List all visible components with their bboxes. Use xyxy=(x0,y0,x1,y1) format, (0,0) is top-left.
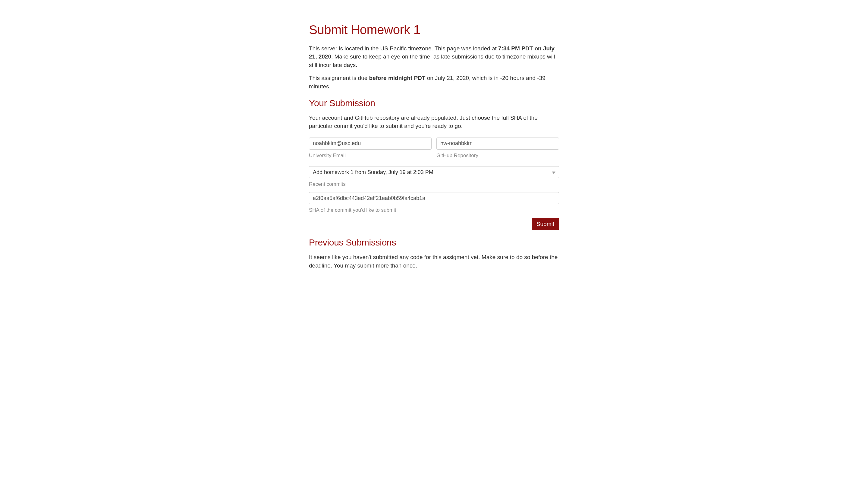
commit-select-value: Add homework 1 from Sunday, July 19 at 2… xyxy=(313,169,433,176)
your-submission-intro: Your account and GitHub repository are a… xyxy=(309,114,559,130)
commit-select[interactable]: Add homework 1 from Sunday, July 19 at 2… xyxy=(309,166,559,178)
email-group: University Email xyxy=(309,138,432,159)
repo-group: GitHub Repository xyxy=(436,138,559,159)
timezone-notice: This server is located in the US Pacific… xyxy=(309,44,559,69)
due-notice: This assignment is due before midnight P… xyxy=(309,74,559,90)
email-label: University Email xyxy=(309,152,432,159)
previous-text: It seems like you haven't submitted any … xyxy=(309,253,559,270)
commit-select-label: Recent commits xyxy=(309,181,559,188)
sha-group: SHA of the commit you'd like to submit xyxy=(309,192,559,214)
form-row-identity: University Email GitHub Repository xyxy=(309,138,559,164)
repo-label: GitHub Repository xyxy=(436,152,559,159)
submit-button[interactable]: Submit xyxy=(532,218,559,230)
previous-heading: Previous Submissions xyxy=(309,236,559,249)
repo-col: GitHub Repository xyxy=(436,138,559,164)
timezone-prefix: This server is located in the US Pacific… xyxy=(309,45,498,52)
timezone-suffix: . Make sure to keep an eye on the time, … xyxy=(309,53,555,68)
your-submission-heading: Your Submission xyxy=(309,97,559,110)
page-title: Submit Homework 1 xyxy=(309,21,559,39)
commit-select-group: Add homework 1 from Sunday, July 19 at 2… xyxy=(309,166,559,188)
sha-label: SHA of the commit you'd like to submit xyxy=(309,207,559,214)
email-col: University Email xyxy=(309,138,432,164)
repo-field[interactable] xyxy=(436,138,559,150)
email-field[interactable] xyxy=(309,138,432,150)
due-deadline: before midnight PDT xyxy=(369,75,426,81)
sha-field[interactable] xyxy=(309,192,559,204)
submit-row: Submit xyxy=(309,218,559,230)
main-container: Submit Homework 1 This server is located… xyxy=(309,0,559,287)
due-prefix: This assignment is due xyxy=(309,75,369,81)
commit-select-wrap: Add homework 1 from Sunday, July 19 at 2… xyxy=(309,166,559,178)
